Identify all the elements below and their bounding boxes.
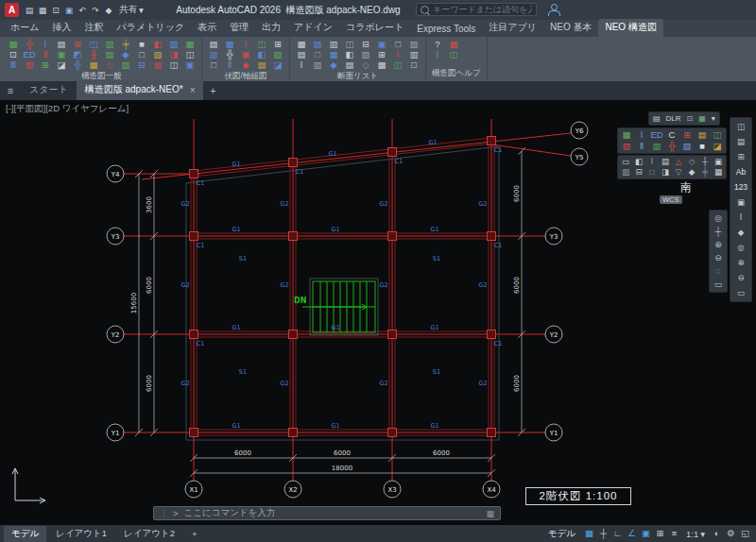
ribbon-icon[interactable]: Ⅰ — [294, 59, 309, 70]
ribbon-icon[interactable]: ╫ — [86, 49, 101, 59]
ribbon-icon[interactable]: ▥ — [22, 59, 37, 70]
tab-layout2[interactable]: レイアウト2 — [116, 526, 182, 542]
ribbon-tab-5[interactable]: 表示 — [191, 19, 223, 37]
ribbon-icon[interactable]: ▦ — [374, 59, 389, 70]
ribbon-icon[interactable]: ▤ — [294, 49, 309, 59]
qat-icon[interactable]: ▣ — [62, 4, 76, 17]
ribbon-icon[interactable]: ▦ — [326, 49, 341, 59]
ribbon-tab-9[interactable]: コラボレート — [339, 19, 410, 37]
toolbar-icon[interactable]: ▭ — [730, 285, 751, 300]
ribbon-tab-1[interactable]: ホーム — [4, 19, 45, 37]
toolbar-icon[interactable]: Ab — [730, 164, 751, 179]
status-icon[interactable]: ◱ — [738, 527, 752, 540]
viewport-controls[interactable]: [-][平面図][2D ワイヤフレーム] — [6, 103, 129, 115]
ribbon-icon[interactable]: ╬ — [222, 49, 237, 59]
ribbon-icon[interactable]: ▤ — [54, 39, 69, 49]
status-icon[interactable]: ≡ — [667, 527, 681, 540]
ribbon-tab-8[interactable]: アドイン — [287, 19, 339, 37]
ribbon-icon[interactable]: ◧ — [342, 49, 357, 59]
close-icon[interactable]: × — [190, 85, 196, 95]
toolbar-icon[interactable]: C — [664, 129, 679, 141]
search-input[interactable] — [433, 5, 532, 14]
ribbon-icon[interactable]: ▦ — [294, 39, 309, 49]
ribbon-icon[interactable]: ▥ — [102, 39, 117, 49]
nav-icon[interactable]: ┼ — [710, 225, 727, 238]
toolbar-icon[interactable]: ╪ — [698, 167, 712, 178]
toolbar-icon[interactable]: ▥ — [619, 167, 632, 178]
toolbar-icon[interactable]: Ⅰ — [730, 210, 751, 225]
ribbon-icon[interactable]: Ⅲ — [6, 59, 21, 70]
toolbar-icon[interactable]: △ — [672, 157, 685, 167]
toolbar-icon[interactable]: ╬ — [664, 141, 679, 152]
hamburger-menu-icon[interactable]: ≡ — [0, 85, 21, 96]
ribbon-tab-13[interactable]: NEO 構造図 — [598, 19, 662, 37]
toolbar-icon[interactable]: DLR — [663, 113, 684, 124]
ribbon-icon[interactable]: ◩ — [70, 49, 85, 59]
ribbon-icon[interactable]: ▦ — [446, 39, 461, 49]
ribbon-icon[interactable]: Ⅰ — [38, 39, 53, 49]
toolbar-icon[interactable]: ▦ — [712, 167, 725, 178]
toolbar-icon[interactable]: ▤ — [650, 113, 663, 124]
ribbon-icon[interactable]: ◆ — [238, 59, 253, 70]
ribbon-icon[interactable]: ⊞ — [38, 59, 53, 70]
ribbon-icon[interactable]: ◇ — [358, 59, 373, 70]
ribbon-icon[interactable]: Ⅱ — [38, 49, 53, 59]
toolbar-icon[interactable]: ▨ — [679, 141, 695, 152]
ribbon-icon[interactable]: Ⅰ — [390, 49, 405, 59]
ribbon-icon[interactable]: ▦ — [182, 39, 198, 49]
ribbon-icon[interactable]: ▥ — [206, 49, 221, 59]
ribbon-icon[interactable]: ▤ — [342, 59, 357, 70]
toolbar-icon[interactable]: ▤ — [659, 157, 672, 167]
toolbar-icon[interactable]: ⊟ — [632, 167, 645, 178]
toolbar-icon[interactable]: 123 — [730, 179, 751, 195]
tab-layout1[interactable]: レイアウト1 — [48, 526, 114, 542]
ribbon-icon[interactable]: ▦ — [222, 39, 237, 49]
qat-icon[interactable]: ◆ — [102, 4, 115, 17]
model-space-toggle[interactable]: モデル — [543, 528, 580, 540]
command-line[interactable]: ⋮ > ここにコマンドを入力 ▦ — [153, 506, 501, 520]
ribbon-icon[interactable]: ■ — [134, 39, 149, 49]
ribbon-icon[interactable]: ◆ — [118, 49, 133, 59]
help-search-box[interactable] — [416, 3, 537, 16]
drag-grip-icon[interactable]: ⋮ — [160, 509, 167, 517]
toolbar-icon[interactable]: ▧ — [619, 141, 634, 152]
toolbar-icon[interactable]: ◎ — [730, 240, 751, 255]
ribbon-icon[interactable]: ▨ — [358, 49, 373, 59]
toolbar-icon[interactable]: ▣ — [712, 157, 725, 167]
toolbar-icon[interactable]: ◪ — [710, 141, 725, 152]
ribbon-icon[interactable]: ED — [22, 49, 37, 59]
ribbon-icon[interactable]: ▣ — [54, 49, 69, 59]
ribbon-icon[interactable]: ▣ — [182, 59, 198, 70]
qat-icon[interactable]: ▦ — [36, 4, 49, 17]
ribbon-tab-6[interactable]: 管理 — [223, 19, 255, 37]
ribbon-icon[interactable]: ▥ — [326, 39, 341, 49]
ribbon-icon[interactable]: ▦ — [86, 59, 101, 70]
ribbon-icon[interactable]: ⊟ — [134, 59, 149, 70]
toolbar-icon[interactable]: ⊞ — [730, 149, 751, 164]
status-icon[interactable]: ◐ — [710, 527, 724, 540]
toolbar-icon[interactable]: Ⅰ — [645, 157, 659, 167]
tab-model[interactable]: モデル — [4, 526, 46, 542]
toolbar-icon[interactable]: ┼ — [698, 157, 712, 167]
toolbar-icon[interactable]: ▥ — [649, 141, 664, 152]
nav-icon[interactable]: ◎ — [710, 212, 727, 225]
ribbon-icon[interactable]: □ — [134, 49, 149, 59]
keyboard-icon[interactable]: ▦ — [486, 509, 494, 518]
add-layout-button[interactable]: + — [184, 527, 205, 541]
toolbar-icon[interactable]: ◆ — [730, 225, 751, 240]
ribbon-tab-3[interactable]: 注釈 — [77, 19, 110, 37]
toolbar-icon[interactable]: ▭ — [619, 157, 632, 167]
ribbon-icon[interactable]: ▥ — [310, 59, 325, 70]
toolbar-icon[interactable]: ▦ — [619, 129, 634, 141]
drawing-canvas[interactable]: Y4Y3Y2Y1Y3Y2Y1Y6Y5X1X2X3X436006000600015… — [0, 100, 756, 525]
toolbar-icon[interactable]: ▦ — [696, 113, 709, 124]
annotation-scale-button[interactable]: 1:1 ▾ — [683, 529, 708, 539]
file-tab-start[interactable]: スタート — [21, 80, 77, 100]
ribbon-icon[interactable]: ◫ — [390, 59, 405, 70]
ribbon-icon[interactable]: ▤ — [254, 59, 269, 70]
ribbon-tab-7[interactable]: 出力 — [255, 19, 287, 37]
status-icon[interactable]: ∟ — [610, 527, 625, 540]
status-icon[interactable]: ⚙ — [724, 527, 738, 540]
toolbar-icon[interactable]: ▣ — [730, 195, 751, 210]
toolbar-icon[interactable]: ◇ — [685, 157, 698, 167]
